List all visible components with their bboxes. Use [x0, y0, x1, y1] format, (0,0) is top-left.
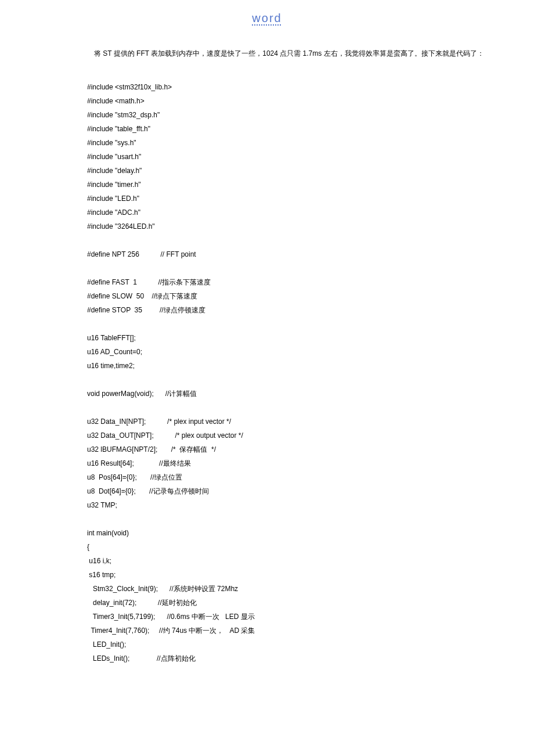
code-line: #include "LED.h"	[87, 192, 499, 206]
code-line: #include <stm32f10x_lib.h>	[87, 80, 499, 94]
code-line: {	[87, 540, 499, 554]
code-line: #include "sys.h"	[87, 136, 499, 150]
code-line: u32 lBUFMAG[NPT/2]; /* 保存幅值 */	[87, 442, 499, 456]
code-line: u32 TMP;	[87, 498, 499, 512]
blank-line	[87, 261, 499, 275]
code-line: u16 time,time2;	[87, 359, 499, 373]
code-line: #define FAST 1 //指示条下落速度	[87, 275, 499, 289]
code-line: u16 AD_Count=0;	[87, 345, 499, 359]
code-line: #include <math.h>	[87, 94, 499, 108]
blank-line	[87, 512, 499, 526]
blank-line	[87, 233, 499, 247]
code-line: u8 Pos[64]={0}; //绿点位置	[87, 470, 499, 484]
code-line: #include "table_fft.h"	[87, 122, 499, 136]
page-title: word	[0, 12, 534, 25]
code-line: Timer3_Init(5,7199); //0.6ms 中断一次 LED 显示	[87, 610, 499, 624]
code-line: #include "3264LED.h"	[87, 219, 499, 233]
code-line: u16 Result[64]; //最终结果	[87, 456, 499, 470]
code-line: Timer4_Init(7,760); //约 74us 中断一次， AD 采集	[87, 624, 499, 638]
code-line: int main(void)	[87, 526, 499, 540]
code-line: LED_Init();	[87, 638, 499, 651]
code-line: Stm32_Clock_Init(9); //系统时钟设置 72Mhz	[87, 582, 499, 596]
code-line: u16 i,k;	[87, 554, 499, 568]
code-line: #define NPT 256 // FFT point	[87, 247, 499, 261]
code-line: void powerMag(void); //计算幅值	[87, 387, 499, 401]
code-line: s16 tmp;	[87, 568, 499, 582]
code-line: #include "stm32_dsp.h"	[87, 108, 499, 122]
code-line: #include "timer.h"	[87, 178, 499, 192]
code-line: LEDs_Init(); //点阵初始化	[87, 651, 499, 665]
code-line: delay_init(72); //延时初始化	[87, 596, 499, 610]
code-line: #include "ADC.h"	[87, 206, 499, 219]
blank-line	[87, 401, 499, 415]
code-line: #include "delay.h"	[87, 164, 499, 178]
code-line: u8 Dot[64]={0}; //记录每点停顿时间	[87, 484, 499, 498]
blank-line	[87, 373, 499, 387]
code-line: u32 Data_IN[NPT]; /* plex input vector *…	[87, 415, 499, 429]
blank-line	[87, 317, 499, 331]
code-line: u32 Data_OUT[NPT]; /* plex output vector…	[87, 429, 499, 442]
document-content: 将 ST 提供的 FFT 表加载到内存中，速度是快了一些，1024 点只需 1.…	[0, 48, 534, 665]
code-line: #define SLOW 50 //绿点下落速度	[87, 289, 499, 303]
code-line: u16 TableFFT[];	[87, 331, 499, 345]
intro-paragraph: 将 ST 提供的 FFT 表加载到内存中，速度是快了一些，1024 点只需 1.…	[87, 48, 499, 59]
code-line: #define STOP 35 //绿点停顿速度	[87, 303, 499, 317]
code-line: #include "usart.h"	[87, 150, 499, 164]
code-block: #include <stm32f10x_lib.h>#include <math…	[87, 80, 499, 665]
